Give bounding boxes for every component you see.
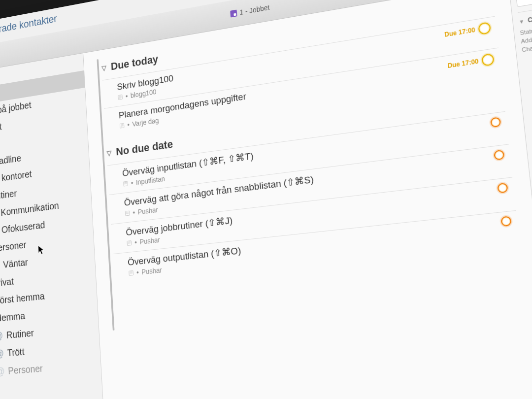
svg-line-8 <box>121 125 123 125</box>
inspector-title-field[interactable] <box>516 0 532 7</box>
svg-line-6 <box>119 98 121 99</box>
inspector-status-label: Status <box>520 27 532 36</box>
task-project: Pushar <box>139 236 160 246</box>
note-icon <box>123 180 129 187</box>
task-project: Pushar <box>137 206 158 216</box>
task-due-label: Due 17:00 <box>444 26 476 38</box>
svg-line-4 <box>119 96 121 97</box>
svg-line-19 <box>128 243 131 243</box>
task-status-circle-icon[interactable] <box>481 53 495 66</box>
note-icon <box>125 210 131 216</box>
task-status-circle-icon[interactable] <box>494 150 505 161</box>
disclosure-triangle-icon[interactable]: ▽ <box>106 149 112 157</box>
main-content: ▽ Due today Due 17:00 Skriv blogg100 • b… <box>83 0 532 399</box>
task-project: Pushar <box>141 266 162 276</box>
window-title: 1 - Jobbet <box>230 3 270 18</box>
svg-line-13 <box>124 184 127 184</box>
svg-line-22 <box>130 273 133 273</box>
task-status-circle-icon[interactable] <box>500 216 512 227</box>
note-icon <box>127 240 133 246</box>
svg-line-9 <box>121 126 123 126</box>
note-icon <box>117 94 123 100</box>
svg-line-21 <box>130 272 133 272</box>
task-status-circle-icon[interactable] <box>490 117 501 128</box>
note-icon <box>128 270 134 276</box>
svg-line-15 <box>126 212 129 213</box>
window-title-text: 1 - Jobbet <box>239 3 270 16</box>
task-due-label: Due 17:00 <box>447 58 479 69</box>
inspector-added-label: Added <box>521 35 532 45</box>
svg-line-16 <box>126 213 129 214</box>
doc-icon <box>230 9 237 17</box>
svg-line-12 <box>124 182 127 183</box>
section-due-today-label: Due today <box>110 53 159 73</box>
svg-line-5 <box>119 97 121 98</box>
note-icon <box>119 123 125 129</box>
task-status-circle-icon[interactable] <box>497 183 508 194</box>
svg-line-18 <box>128 242 130 242</box>
section-no-due-date-label: No due date <box>116 138 173 159</box>
disclosure-triangle-icon[interactable]: ▽ <box>101 64 107 72</box>
task-status-circle-icon[interactable] <box>478 22 491 35</box>
